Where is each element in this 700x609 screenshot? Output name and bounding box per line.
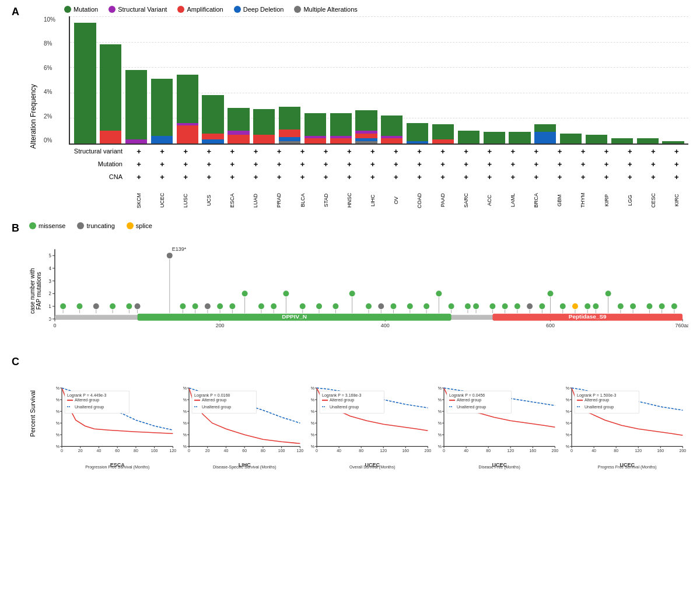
- svg-text:E139*: E139*: [172, 246, 187, 252]
- svg-text:40%: 40%: [56, 421, 60, 425]
- svg-text:120: 120: [170, 449, 177, 453]
- alt-cell: +: [220, 173, 244, 181]
- bar-segment: [202, 134, 223, 140]
- alt-cell: +: [127, 147, 150, 156]
- bar-group: [328, 16, 354, 144]
- x-label: LIHC: [361, 184, 384, 216]
- alteration-type-row: Mutation++++++++++++++++++++++++: [69, 158, 688, 170]
- alt-cell: +: [571, 147, 594, 156]
- x-label: PRAD: [267, 184, 290, 216]
- x-label: KIRP: [595, 184, 618, 216]
- bar-segment: [228, 135, 249, 144]
- svg-rect-186: [194, 400, 200, 401]
- alt-cell: +: [665, 173, 688, 181]
- bar-segment: [381, 116, 402, 136]
- svg-text:Altered group: Altered group: [457, 398, 481, 402]
- alt-cell: +: [291, 147, 314, 156]
- alt-cell: +: [618, 160, 642, 169]
- alt-cell: +: [197, 147, 220, 156]
- alt-cell: +: [267, 173, 290, 181]
- svg-point-59: [271, 303, 276, 309]
- alt-cell: +: [174, 160, 197, 169]
- svg-text:100: 100: [278, 449, 285, 453]
- svg-text:120: 120: [635, 449, 642, 453]
- bar-segment: [228, 108, 249, 131]
- svg-text:Unaltered group: Unaltered group: [330, 405, 359, 410]
- svg-point-81: [436, 290, 442, 296]
- survival-y-label: Percent Survival: [29, 390, 36, 437]
- alt-cell: +: [267, 147, 290, 156]
- svg-point-30: [60, 303, 66, 309]
- svg-text:Progression Free Survival (Mon: Progression Free Survival (Months): [85, 465, 149, 470]
- svg-text:40: 40: [592, 449, 596, 453]
- panel-a-label: A: [12, 6, 19, 18]
- svg-text:3: 3: [49, 278, 51, 284]
- legend-item-amplification: Amplification: [177, 6, 223, 13]
- alt-cell: +: [220, 147, 244, 156]
- svg-text:200: 200: [679, 449, 686, 453]
- svg-point-107: [593, 303, 598, 309]
- legend-color-dot: [177, 6, 184, 13]
- alt-cell: +: [150, 147, 174, 156]
- svg-text:20: 20: [205, 449, 210, 453]
- svg-text:0: 0: [53, 323, 56, 328]
- survival-svg: 0%20%40%60%80%100%04080120160200Logrank …: [311, 356, 433, 470]
- svg-point-111: [618, 303, 624, 309]
- svg-point-51: [217, 303, 223, 309]
- svg-text:Disease-Specific Survival (Mon: Disease-Specific Survival (Months): [213, 465, 276, 470]
- alt-cell: +: [618, 147, 642, 156]
- alt-row-cells: ++++++++++++++++++++++++: [127, 160, 688, 169]
- x-label: UCS: [197, 184, 220, 216]
- svg-text:120: 120: [297, 449, 304, 453]
- y-ticks: 10% 8% 6% 4% 2% 0%: [44, 16, 55, 144]
- lollipop-legend-item: splice: [127, 222, 152, 229]
- svg-text:0%: 0%: [566, 444, 569, 449]
- bar-segment: [586, 135, 607, 144]
- bar-segment: [74, 23, 96, 144]
- svg-point-95: [527, 303, 533, 309]
- bar-segment: [279, 107, 300, 130]
- x-label: KIRC: [665, 184, 688, 216]
- svg-text:200: 200: [552, 449, 559, 453]
- svg-point-42: [167, 253, 173, 258]
- alteration-rows: Structural variant++++++++++++++++++++++…: [40, 145, 688, 216]
- svg-text:400: 400: [381, 323, 390, 328]
- bar-segment: [534, 124, 556, 132]
- bar-segment: [177, 75, 198, 123]
- svg-text:60%: 60%: [311, 410, 314, 414]
- bar-group: [558, 16, 584, 144]
- svg-point-36: [110, 303, 116, 309]
- bar-segment: [662, 141, 684, 144]
- svg-point-101: [560, 303, 566, 309]
- svg-text:40: 40: [224, 449, 229, 453]
- svg-text:2: 2: [49, 290, 51, 296]
- bar-group: [226, 16, 251, 144]
- alt-cell: +: [431, 160, 454, 169]
- bar-segment: [125, 70, 147, 140]
- bar-segment: [432, 139, 454, 144]
- bar-group: [635, 16, 660, 144]
- alt-row-cells: ++++++++++++++++++++++++: [127, 173, 688, 181]
- x-label: COAD: [408, 184, 431, 216]
- svg-text:1: 1: [49, 303, 51, 309]
- svg-point-103: [572, 303, 578, 309]
- svg-point-97: [539, 303, 545, 309]
- alt-row-cells: ++++++++++++++++++++++++: [127, 147, 688, 156]
- svg-text:Unaltered group: Unaltered group: [457, 405, 486, 410]
- svg-text:DPPIV_N: DPPIV_N: [282, 313, 307, 320]
- lollipop-y-label: case number withFAP mutations: [29, 232, 47, 350]
- lollipop-legend-dot: [77, 222, 84, 229]
- svg-text:Logrank P = 4.449e-3: Logrank P = 4.449e-3: [67, 393, 107, 398]
- x-label: LUSC: [174, 184, 197, 216]
- svg-text:Overall Survival (Months): Overall Survival (Months): [349, 465, 396, 470]
- svg-text:760aa: 760aa: [676, 323, 688, 328]
- svg-text:Logrank P = 1.500e-3: Logrank P = 1.500e-3: [577, 393, 617, 398]
- alt-cell: +: [314, 173, 338, 181]
- alt-cell: +: [244, 147, 267, 156]
- svg-point-53: [229, 303, 235, 309]
- legend-label: Structural Variant: [118, 6, 167, 13]
- survival-svg: 0%20%40%60%80%100%020406080100120Logrank…: [56, 356, 178, 470]
- bar-group: [251, 16, 277, 144]
- x-label: LGG: [618, 184, 642, 216]
- legend-color-dot: [234, 6, 241, 13]
